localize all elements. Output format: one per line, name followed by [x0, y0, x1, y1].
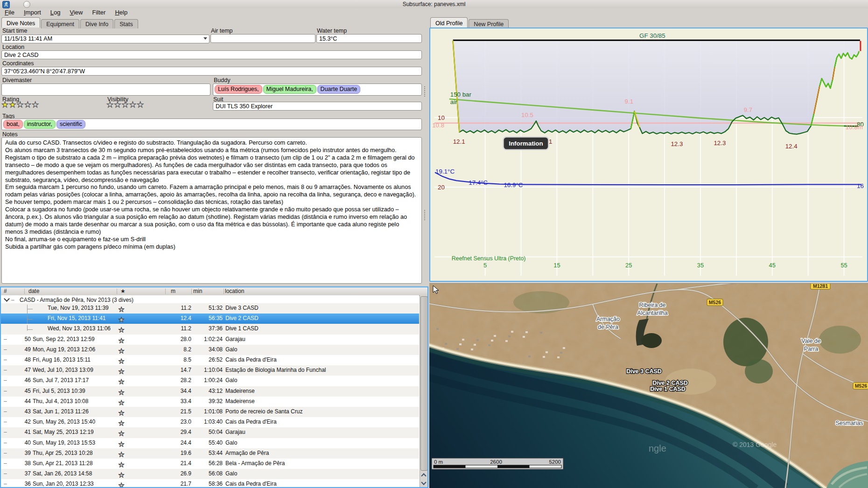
- menu-item-import[interactable]: Import: [19, 8, 46, 17]
- tab-equipment[interactable]: Equipment: [41, 19, 79, 28]
- dive-row[interactable]: –39Thu, Apr 25, 2013 10:28★★★★★19.653:44…: [1, 448, 419, 459]
- scroll-down-button[interactable]: [420, 479, 427, 487]
- suit-input[interactable]: [213, 102, 422, 111]
- dive-profile-chart[interactable]: 10.8GF 30/851020150 barair8010.59.19.710…: [429, 28, 868, 282]
- svg-text:air: air: [450, 98, 457, 105]
- visibility-stars[interactable]: ★★★★★: [106, 101, 144, 109]
- menu-item-view[interactable]: View: [65, 8, 88, 17]
- chip[interactable]: instructor,: [24, 120, 56, 129]
- dive-row[interactable]: –48Fri, Aug 16, 2013 15:11★★★★★8.526:52C…: [1, 355, 419, 365]
- star-icon[interactable]: ★: [24, 100, 32, 109]
- rating-stars[interactable]: ★★★★★: [1, 101, 39, 109]
- start-time-input[interactable]: [1, 35, 210, 43]
- vertical-splitter[interactable]: [424, 86, 427, 97]
- star-icon[interactable]: ★: [119, 368, 125, 375]
- tab-stats[interactable]: Stats: [114, 19, 138, 28]
- star-icon[interactable]: ★: [32, 100, 39, 109]
- dive-row[interactable]: –43Sat, Jun 1, 2013 11:26★★★★★21.51:01:0…: [1, 407, 419, 417]
- dive-row[interactable]: –36Sun, Jan 20, 2013 12:33★★★★★21.758:36…: [1, 479, 419, 488]
- star-icon[interactable]: ★: [9, 100, 16, 109]
- tab-new-profile[interactable]: New Profile: [469, 19, 509, 28]
- star-icon[interactable]: ★: [106, 100, 114, 109]
- chip[interactable]: Miguel Madureira,: [263, 85, 316, 94]
- column-header[interactable]: min: [193, 288, 202, 294]
- dive-row[interactable]: –50Sun, Sep 22, 2013 12:59★★★★★28.01:02:…: [1, 335, 419, 345]
- dive-row[interactable]: –47Wed, Jul 10, 2013 13:09★★★★★14.71:10:…: [1, 365, 419, 376]
- star-icon[interactable]: ★: [119, 306, 125, 313]
- start-time-combo[interactable]: [1, 34, 210, 43]
- star-icon[interactable]: ★: [119, 441, 125, 448]
- dive-list[interactable]: #date★mminlocation –CASD - Armação de Pê…: [0, 286, 428, 488]
- star-icon[interactable]: ★: [119, 420, 125, 427]
- star-icon[interactable]: ★: [119, 378, 125, 385]
- star-icon[interactable]: ★: [119, 430, 125, 437]
- star-icon[interactable]: ★: [137, 100, 144, 109]
- star-icon[interactable]: ★: [119, 482, 125, 488]
- scroll-up-button[interactable]: [420, 471, 427, 479]
- menu-item-log[interactable]: Log: [46, 8, 65, 17]
- chip[interactable]: scientific: [56, 120, 85, 129]
- chip[interactable]: boat,: [3, 120, 23, 129]
- star-icon[interactable]: ★: [114, 100, 121, 109]
- dive-row[interactable]: –46Sun, Jul 7, 2013 17:17★★★★★28.21:00:2…: [1, 376, 419, 386]
- star-icon[interactable]: ★: [17, 100, 24, 109]
- column-header[interactable]: #: [4, 288, 7, 294]
- dive-list-header[interactable]: #date★mminlocation: [1, 287, 427, 296]
- dive-row[interactable]: –45Fri, Jul 5, 2013 10:39★★★★★34.443:12M…: [1, 386, 419, 397]
- star-icon[interactable]: ★: [119, 399, 125, 406]
- tab-dive-notes[interactable]: Dive Notes: [1, 17, 40, 28]
- title-bar[interactable]: Subsurface: paneves.xml: [0, 0, 868, 8]
- dive-row[interactable]: –37Sat, Jan 26, 2013 14:58★★★★★26.956:08…: [1, 469, 419, 479]
- dive-row[interactable]: Fri, Nov 15, 2013 11:41★★★★★12.456:35Div…: [1, 314, 419, 324]
- location-input[interactable]: [1, 50, 422, 59]
- svg-text:17.4°C: 17.4°C: [469, 179, 488, 186]
- menu-bar[interactable]: FileImportLogViewFilterHelp: [0, 8, 868, 17]
- star-icon[interactable]: ★: [119, 410, 125, 417]
- column-header[interactable]: location: [225, 288, 244, 294]
- star-icon[interactable]: ★: [119, 316, 125, 323]
- menu-item-help[interactable]: Help: [110, 8, 132, 17]
- chevron-down-icon[interactable]: [203, 36, 208, 41]
- star-icon[interactable]: ★: [119, 348, 125, 355]
- water-temp-input[interactable]: [316, 34, 422, 43]
- menu-item-filter[interactable]: Filter: [87, 8, 110, 17]
- star-icon[interactable]: ★: [119, 451, 125, 458]
- star-icon[interactable]: ★: [129, 100, 137, 109]
- dive-list-scrollbar[interactable]: [420, 295, 428, 488]
- chip[interactable]: Luís Rodrigues,: [215, 85, 262, 94]
- star-icon[interactable]: ★: [119, 358, 125, 365]
- star-icon[interactable]: ★: [122, 100, 129, 109]
- column-header[interactable]: date: [28, 288, 39, 294]
- dive-row[interactable]: –41Sat, May 25, 2013 12:19★★★★★29.450:04…: [1, 427, 419, 438]
- vertical-splitter[interactable]: [424, 210, 427, 220]
- air-temp-input[interactable]: [210, 34, 315, 43]
- collapse-icon[interactable]: [4, 296, 10, 302]
- star-icon[interactable]: ★: [119, 337, 125, 344]
- column-header[interactable]: ★: [120, 288, 126, 294]
- dive-row[interactable]: –42Sun, May 26, 2013 15:40★★★★★23.01:03:…: [1, 417, 419, 427]
- star-icon[interactable]: ★: [119, 472, 125, 479]
- tags-input[interactable]: boat,instructor,scientific: [1, 119, 422, 130]
- chip[interactable]: Duarte Duarte: [317, 85, 361, 94]
- star-icon[interactable]: ★: [1, 100, 9, 109]
- dive-site-map[interactable]: M526M526M1281Armaçãode PêraRibeira deAlc…: [429, 283, 868, 488]
- dive-row[interactable]: –49Mon, Aug 19, 2013 12:06★★★★★8.234:08G…: [1, 345, 419, 355]
- dive-duration: 34:08: [191, 346, 223, 353]
- notes-input[interactable]: Aula do curso CASD. Transectos c/video e…: [1, 137, 422, 284]
- star-icon[interactable]: ★: [119, 389, 125, 396]
- dive-row[interactable]: Wed, Nov 13, 2013 11:06★★★★★11.237:36Div…: [1, 324, 419, 334]
- dive-row[interactable]: Tue, Nov 19, 2013 11:39★★★★★11.251:32Div…: [1, 303, 419, 314]
- dive-row[interactable]: –44Thu, Jul 4, 2013 10:08★★★★★33.439:32M…: [1, 397, 419, 407]
- tab-dive-info[interactable]: Dive Info: [80, 19, 113, 28]
- scrollbar-thumb[interactable]: [420, 296, 428, 471]
- divemaster-input[interactable]: [1, 84, 210, 96]
- column-header[interactable]: m: [171, 288, 175, 294]
- menu-item-file[interactable]: File: [0, 8, 19, 17]
- dive-row[interactable]: –38Sun, Apr 21, 2013 11:28★★★★★21.456:28…: [1, 459, 419, 469]
- tab-old-profile[interactable]: Old Profile: [430, 17, 468, 28]
- coordinates-input[interactable]: [1, 67, 422, 76]
- dive-row[interactable]: –40Sun, May 19, 2013 15:53★★★★★24.455:40…: [1, 438, 419, 448]
- star-icon[interactable]: ★: [119, 461, 125, 468]
- buddy-input[interactable]: Luís Rodrigues,Miguel Madureira,Duarte D…: [213, 84, 422, 96]
- star-icon[interactable]: ★: [119, 327, 125, 334]
